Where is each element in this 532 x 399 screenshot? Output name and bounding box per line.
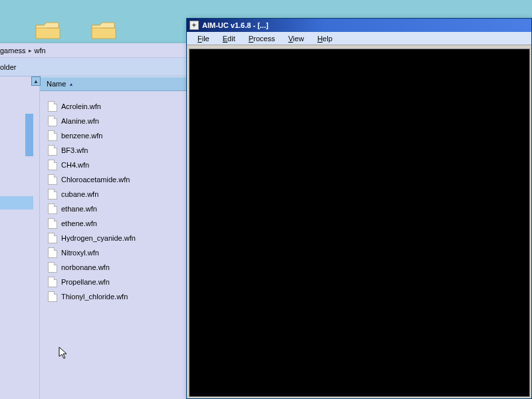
file-name: Hydrogen_cyanide.wfn [61,234,136,242]
file-icon [48,130,57,141]
menu-process[interactable]: Process [242,33,282,44]
list-item[interactable]: benzene.wfn [44,128,182,143]
list-item[interactable]: BF3.wfn [44,143,182,158]
file-name: ethane.wfn [61,205,97,213]
menu-view[interactable]: View [281,33,311,44]
breadcrumb-segment[interactable]: wfn [35,47,46,55]
file-name: Chloroacetamide.wfn [61,176,130,184]
file-name: Propellane.wfn [61,278,110,286]
file-icon [48,233,57,243]
file-icon [48,218,57,229]
file-name: Alanine.wfn [61,117,99,125]
window-title: AIM-UC v1.6.8 - [...] [202,21,269,29]
render-viewport[interactable] [189,49,530,397]
explorer-toolbar: older [0,58,186,76]
file-name: Nitroxyl.wfn [61,249,99,257]
menu-help[interactable]: Help [311,33,339,44]
column-header-name[interactable]: Name ▴ [40,76,186,91]
file-icon [48,101,57,112]
list-item[interactable]: norbonane.wfn [44,260,182,275]
app-icon: ✦ [190,21,199,30]
list-item[interactable]: Alanine.wfn [44,114,182,128]
desktop-folder-icon[interactable] [35,20,61,40]
collapse-pane-icon[interactable]: ▲ [31,76,41,86]
nav-selection-indicator [25,114,33,156]
list-item[interactable]: Nitroxyl.wfn [44,245,182,260]
file-list-pane: Name ▴ Acrolein.wfn Alanine.wfn benzene.… [40,76,186,399]
menu-edit[interactable]: Edit [216,33,242,44]
list-item[interactable]: Chloroacetamide.wfn [44,172,182,187]
file-icon [48,277,57,287]
aim-uc-window: ✦ AIM-UC v1.6.8 - [...] File Edit Proces… [186,18,532,399]
breadcrumb-segment[interactable]: gamess [0,47,26,55]
file-icon [48,174,57,185]
list-item[interactable]: ethane.wfn [44,201,182,216]
list-item[interactable]: Propellane.wfn [44,275,182,289]
menu-file[interactable]: File [191,33,216,44]
list-item[interactable]: CH4.wfn [44,158,182,172]
desktop-folder-icon[interactable] [90,20,117,40]
file-name: benzene.wfn [61,132,102,140]
file-icon [48,116,57,126]
file-name: CH4.wfn [61,161,89,169]
list-item[interactable]: Hydrogen_cyanide.wfn [44,231,182,245]
file-name: Thionyl_chloride.wfn [61,293,128,301]
sort-ascending-icon: ▴ [70,81,72,87]
file-icon [48,189,57,200]
file-icon [48,203,57,214]
file-icon [48,145,57,156]
list-item[interactable]: Acrolein.wfn [44,99,182,114]
file-explorer-window: gamess ▸ wfn older ▲ Name ▴ Acrolein.wfn… [0,43,186,399]
file-icon [48,247,57,258]
file-name: cubane.wfn [61,190,98,198]
menubar: File Edit Process View Help [187,32,531,45]
list-item[interactable]: cubane.wfn [44,187,182,201]
file-icon [48,262,57,273]
titlebar[interactable]: ✦ AIM-UC v1.6.8 - [...] [187,19,531,32]
breadcrumb[interactable]: gamess ▸ wfn [0,43,186,58]
file-name: norbonane.wfn [61,263,110,271]
chevron-right-icon: ▸ [29,47,32,54]
desktop-icons [0,0,186,43]
navigation-pane[interactable]: ▲ [0,76,40,399]
nav-highlight [0,196,33,209]
column-header-label: Name [47,80,66,88]
list-item[interactable]: Thionyl_chloride.wfn [44,289,182,304]
file-name: Acrolein.wfn [61,102,101,110]
file-name: ethene.wfn [61,219,97,227]
file-icon [48,160,57,170]
toolbar-label[interactable]: older [0,63,16,71]
list-item[interactable]: ethene.wfn [44,216,182,231]
file-list: Acrolein.wfn Alanine.wfn benzene.wfn BF3… [40,91,186,312]
file-name: BF3.wfn [61,146,88,154]
file-icon [48,291,57,302]
